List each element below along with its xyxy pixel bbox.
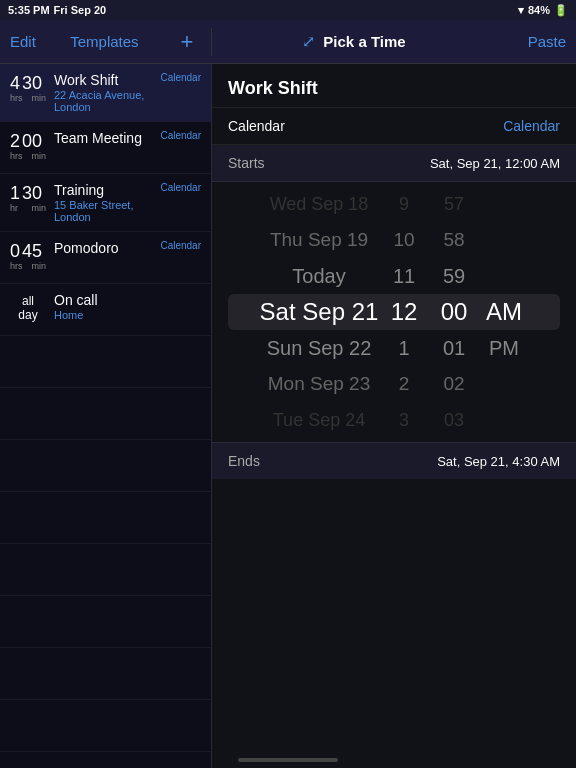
item-info: Pomodoro: [54, 240, 156, 256]
pick-a-time-title: Pick a Time: [323, 33, 405, 50]
empty-row: [0, 544, 211, 596]
item-info: Training 15 Baker Street, London: [54, 182, 156, 223]
starts-value: Sat, Sep 21, 12:00 AM: [430, 156, 560, 171]
empty-row: [0, 492, 211, 544]
battery-level: 84%: [528, 4, 550, 16]
picker-item[interactable]: 00: [429, 294, 479, 330]
picker-item[interactable]: Thu Sep 19: [259, 222, 379, 258]
status-right: ▾ 84% 🔋: [518, 4, 568, 17]
item-info: On call Home: [54, 292, 201, 321]
picker-item[interactable]: 3: [379, 402, 429, 438]
picker-item[interactable]: 11: [379, 258, 429, 294]
picker-col-hourColumn[interactable]: 9101112123: [379, 186, 429, 438]
picker-item[interactable]: Tue Sep 24: [259, 402, 379, 438]
item-calendar: Calendar: [160, 72, 201, 83]
allday-block: allday: [10, 292, 46, 322]
calendar-value: Calendar: [503, 118, 560, 134]
item-info: Work Shift 22 Acacia Avenue, London: [54, 72, 156, 113]
time-block: 1 30 hr min: [10, 182, 46, 213]
picker-item[interactable]: 02: [429, 366, 479, 402]
nav-right-section: Paste: [496, 33, 576, 50]
picker-col-ampmColumn[interactable]: AMPM: [479, 186, 529, 438]
picker-col-dateColumn[interactable]: Wed Sep 18Thu Sep 19TodaySat Sep 21Sun S…: [259, 186, 379, 438]
templates-title: Templates: [70, 33, 138, 50]
picker-item[interactable]: 2: [379, 366, 429, 402]
picker-container[interactable]: Wed Sep 18Thu Sep 19TodaySat Sep 21Sun S…: [212, 182, 576, 442]
picker-item[interactable]: AM: [479, 294, 529, 330]
picker-item[interactable]: 59: [429, 258, 479, 294]
main-layout: 4 30 hrs min Work Shift 22 Acacia Avenue…: [0, 64, 576, 768]
item-info: Team Meeting: [54, 130, 156, 146]
nav-left-section: Edit Templates +: [0, 28, 212, 56]
nav-center-section: ⤢ Pick a Time: [212, 32, 496, 51]
starts-row[interactable]: Starts Sat, Sep 21, 12:00 AM: [212, 145, 576, 182]
picker-item[interactable]: 57: [429, 186, 479, 222]
item-calendar: Calendar: [160, 130, 201, 141]
item-name: Team Meeting: [54, 130, 156, 146]
item-name: On call: [54, 292, 201, 308]
picker-col-minColumn[interactable]: 57585900010203: [429, 186, 479, 438]
empty-row: [0, 700, 211, 752]
picker-item[interactable]: 9: [379, 186, 429, 222]
picker-item[interactable]: Sat Sep 21: [259, 294, 379, 330]
picker-item[interactable]: Mon Sep 23: [259, 366, 379, 402]
ends-label: Ends: [228, 453, 260, 469]
calendar-row[interactable]: Calendar Calendar: [212, 108, 576, 145]
picker-item[interactable]: 03: [429, 402, 479, 438]
item-name: Pomodoro: [54, 240, 156, 256]
picker-item[interactable]: [479, 222, 529, 258]
wifi-icon: ▾: [518, 4, 524, 17]
template-item-0[interactable]: 4 30 hrs min Work Shift 22 Acacia Avenue…: [0, 64, 211, 122]
picker-item[interactable]: [479, 258, 529, 294]
empty-row: [0, 388, 211, 440]
picker-item[interactable]: Today: [259, 258, 379, 294]
picker-item[interactable]: [479, 402, 529, 438]
picker-item[interactable]: 12: [379, 294, 429, 330]
nav-bar: Edit Templates + ⤢ Pick a Time Paste: [0, 20, 576, 64]
item-name: Training: [54, 182, 156, 198]
edit-button[interactable]: Edit: [10, 33, 36, 50]
status-bar: 5:35 PM Fri Sep 20 ▾ 84% 🔋: [0, 0, 576, 20]
template-item-1[interactable]: 2 00 hrs min Team Meeting Calendar: [0, 122, 211, 174]
empty-row: [0, 440, 211, 492]
picker-item[interactable]: 10: [379, 222, 429, 258]
item-sub: 22 Acacia Avenue, London: [54, 89, 156, 113]
picker-item[interactable]: PM: [479, 330, 529, 366]
battery-icon: 🔋: [554, 4, 568, 17]
scroll-indicator: [238, 758, 338, 762]
status-left: 5:35 PM Fri Sep 20: [8, 4, 106, 16]
status-date: Fri Sep 20: [54, 4, 107, 16]
ends-row[interactable]: Ends Sat, Sep 21, 4:30 AM: [212, 442, 576, 479]
item-sub: Home: [54, 309, 201, 321]
picker-item[interactable]: [479, 186, 529, 222]
time-picker[interactable]: Wed Sep 18Thu Sep 19TodaySat Sep 21Sun S…: [212, 182, 576, 442]
expand-icon[interactable]: ⤢: [302, 32, 315, 51]
template-item-2[interactable]: 1 30 hr min Training 15 Baker Street, Lo…: [0, 174, 211, 232]
status-time: 5:35 PM: [8, 4, 50, 16]
item-sub: 15 Baker Street, London: [54, 199, 156, 223]
calendar-label: Calendar: [228, 118, 285, 134]
picker-item[interactable]: Sun Sep 22: [259, 330, 379, 366]
item-calendar: Calendar: [160, 182, 201, 193]
template-item-4[interactable]: allday On call Home: [0, 284, 211, 336]
picker-item[interactable]: 01: [429, 330, 479, 366]
template-list: 4 30 hrs min Work Shift 22 Acacia Avenue…: [0, 64, 212, 768]
empty-row: [0, 336, 211, 388]
starts-label: Starts: [228, 155, 265, 171]
time-block: 2 00 hrs min: [10, 130, 46, 161]
time-block: 0 45 hrs min: [10, 240, 46, 271]
item-calendar: Calendar: [160, 240, 201, 251]
detail-panel: Work Shift Calendar Calendar Starts Sat,…: [212, 64, 576, 768]
detail-title: Work Shift: [212, 64, 576, 108]
paste-button[interactable]: Paste: [528, 33, 566, 50]
empty-row: [0, 596, 211, 648]
picker-item[interactable]: Wed Sep 18: [259, 186, 379, 222]
template-item-3[interactable]: 0 45 hrs min Pomodoro Calendar: [0, 232, 211, 284]
picker-item[interactable]: 58: [429, 222, 479, 258]
item-name: Work Shift: [54, 72, 156, 88]
picker-item[interactable]: 1: [379, 330, 429, 366]
time-block: 4 30 hrs min: [10, 72, 46, 103]
picker-item[interactable]: [479, 366, 529, 402]
empty-row: [0, 648, 211, 700]
add-template-button[interactable]: +: [173, 28, 201, 56]
